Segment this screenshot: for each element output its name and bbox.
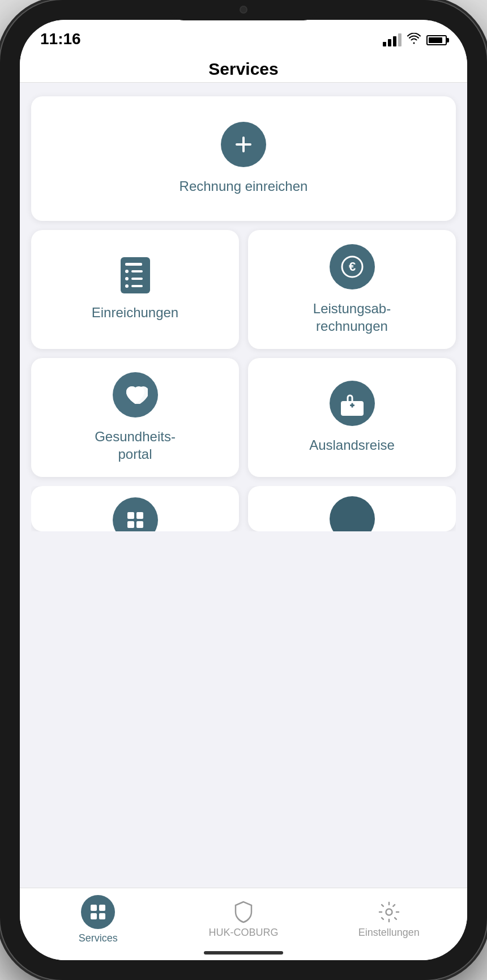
- rechnung-icon-circle: [221, 122, 266, 167]
- notch: [170, 0, 317, 20]
- status-icons: [383, 33, 447, 47]
- svg-rect-4: [351, 403, 353, 408]
- leistungsabrechnungen-label: Leistungsab-rechnungen: [313, 300, 391, 335]
- medical-briefcase-icon: [339, 391, 366, 416]
- status-bar: 11:16: [20, 20, 467, 52]
- main-content: Rechnung einreichen: [20, 83, 467, 888]
- card-grid-row3-partial: [31, 486, 456, 531]
- partial-card-right[interactable]: [248, 486, 456, 531]
- huk-tab-icon: [232, 901, 255, 923]
- heart-icon: [123, 384, 148, 406]
- services-tab-icon: [81, 895, 115, 929]
- svg-text:€: €: [348, 259, 355, 274]
- grid-tab-icon: [89, 904, 106, 921]
- svg-rect-5: [127, 512, 134, 519]
- svg-point-13: [386, 909, 392, 915]
- svg-rect-10: [99, 905, 105, 911]
- svg-rect-6: [136, 512, 143, 519]
- auslandsreise-card[interactable]: Auslandsreise: [248, 358, 456, 477]
- einreichungen-card[interactable]: Einreichungen: [31, 230, 239, 349]
- tab-einstellungen[interactable]: Einstellungen: [316, 901, 462, 939]
- battery-icon: [426, 35, 447, 45]
- shield-tab-icon: [233, 901, 254, 923]
- gesundheitsportal-card[interactable]: Gesundheits-portal: [31, 358, 239, 477]
- leistungsabrechnungen-card[interactable]: € Leistungsab-rechnungen: [248, 230, 456, 349]
- heart-icon-circle: [113, 372, 158, 417]
- gesundheitsportal-label: Gesundheits-portal: [95, 428, 176, 463]
- svg-rect-8: [136, 521, 143, 528]
- euro-icon: €: [340, 255, 364, 279]
- auslandsreise-label: Auslandsreise: [309, 436, 395, 454]
- list-icon: [121, 257, 150, 293]
- svg-rect-9: [91, 905, 97, 911]
- tab-services[interactable]: Services: [25, 895, 171, 944]
- wifi-icon: [407, 33, 421, 47]
- gear-tab-icon: [378, 901, 400, 923]
- phone-frame: 11:16: [0, 0, 487, 980]
- svg-rect-7: [127, 521, 134, 528]
- grid-icon: [126, 510, 145, 530]
- signal-icon: [383, 33, 401, 46]
- svg-rect-11: [91, 913, 97, 919]
- plus-icon: [232, 133, 255, 156]
- partial-card-left[interactable]: [31, 486, 239, 531]
- tab-huk[interactable]: HUK-COBURG: [171, 901, 317, 939]
- card-grid-row1: Einreichungen € Leistungsab-rechnungen: [31, 230, 456, 349]
- partial-icon-circle-left: [113, 497, 158, 531]
- services-tab-label: Services: [79, 932, 118, 944]
- partial-icon-circle-right: [330, 496, 375, 531]
- einstellungen-tab-icon: [378, 901, 400, 923]
- einreichungen-label: Einreichungen: [92, 304, 178, 321]
- rechnung-label: Rechnung einreichen: [180, 177, 308, 195]
- svg-rect-12: [99, 913, 105, 919]
- screen: 11:16: [20, 20, 467, 960]
- huk-tab-label: HUK-COBURG: [209, 927, 279, 939]
- einstellungen-tab-label: Einstellungen: [358, 927, 420, 939]
- briefcase-icon-circle: [330, 381, 375, 426]
- status-time: 11:16: [40, 31, 81, 47]
- euro-icon-circle: €: [330, 244, 375, 289]
- notch-camera: [240, 6, 247, 14]
- tab-bar: Services HUK-COBURG E: [20, 888, 467, 960]
- card-grid-row2: Gesundheits-portal: [31, 358, 456, 477]
- home-indicator: [204, 951, 283, 955]
- nav-bar: Services: [20, 52, 467, 83]
- page-title: Services: [31, 59, 456, 79]
- rechnung-card[interactable]: Rechnung einreichen: [31, 96, 456, 221]
